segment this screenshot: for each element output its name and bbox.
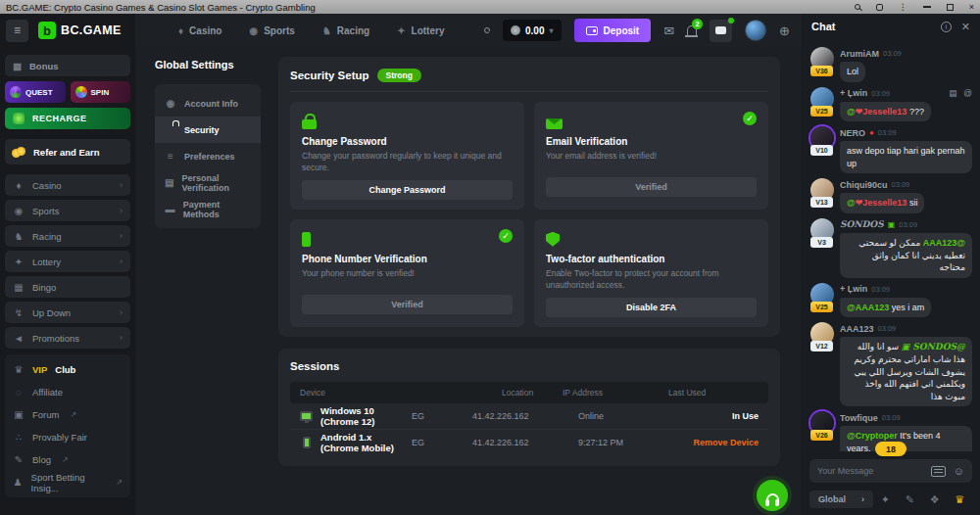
mention[interactable]: @ — [847, 198, 856, 208]
quest-button[interactable]: QUEST — [5, 81, 66, 103]
settings-nav-security[interactable]: Security — [155, 117, 261, 143]
chevron-right-icon: › — [120, 231, 122, 241]
info-icon[interactable]: i — [941, 22, 952, 32]
chat-username[interactable]: SONDOS — [840, 219, 884, 229]
tab-icon[interactable] — [876, 4, 883, 11]
card-action-button[interactable]: Change Password — [302, 180, 513, 200]
session-device: Windows 10 (Chrome 12) — [320, 405, 412, 427]
mention[interactable]: @Cryptoper — [847, 431, 898, 441]
header-nav-sports[interactable]: ◉ Sports — [249, 25, 294, 36]
message-input[interactable] — [817, 466, 923, 476]
chat-username[interactable]: + Ļwin — [840, 284, 867, 294]
trophy-icon[interactable]: ♛ — [955, 493, 964, 506]
shield-icon — [546, 232, 560, 247]
sidebar-link-blog[interactable]: ✎ Blog ↗ — [5, 448, 130, 471]
emoji-icon[interactable]: ☺ — [954, 466, 964, 477]
brand-logo[interactable]: b BC.GAME — [38, 22, 122, 39]
card-action-button[interactable]: Disable 2FA — [546, 298, 757, 317]
recharge-button[interactable]: RECHARGE — [5, 108, 130, 129]
mention[interactable]: @ — [847, 107, 856, 117]
deposit-button[interactable]: Deposit — [574, 19, 652, 42]
settings-nav-preferences[interactable]: ≡ Preferences — [155, 143, 261, 169]
message-text: sii — [906, 198, 917, 208]
close-chat-icon[interactable]: ✕ — [961, 21, 970, 33]
sidebar-link-forum[interactable]: ▣ Forum ↗ — [5, 403, 130, 426]
card-title: Change Password — [302, 136, 513, 147]
chat-timestamp: 03:09 — [878, 128, 897, 137]
chat-username[interactable]: Towfique — [840, 413, 878, 423]
sidebar-link-sport-betting-insig-[interactable]: ♟ Sport Betting Insig... ↗ — [5, 471, 130, 493]
chat-username[interactable]: Chiqui90cu — [840, 180, 888, 190]
level-badge: V25 — [810, 302, 833, 312]
settings-nav-personal-verification[interactable]: ▤ Personal Verification — [155, 169, 261, 196]
external-link-icon: ↗ — [70, 410, 76, 419]
chat-username[interactable]: NERO — [840, 128, 865, 138]
column-header-ip-address: IP Address — [563, 388, 668, 398]
mail-icon[interactable]: ✉ — [663, 23, 674, 38]
chat-username[interactable]: ArumiAM — [840, 49, 879, 59]
draw-icon[interactable]: ✎ — [906, 493, 914, 506]
header-nav-racing[interactable]: ♞ Racing — [322, 25, 369, 36]
chat-username[interactable]: + Ļwin — [840, 88, 867, 98]
tip-icon[interactable]: ▤ — [949, 88, 956, 98]
sidebar-item-bingo[interactable]: ▦ Bingo › — [5, 276, 130, 298]
sports-icon: ◉ — [13, 206, 24, 216]
maximize-icon[interactable] — [947, 4, 954, 11]
column-header-location: Location — [502, 388, 563, 398]
mention[interactable]: ❤Jesselle13 — [856, 107, 907, 117]
sidebar-link-provably-fair[interactable]: ∴ Provably Fair ↗ — [5, 426, 130, 448]
settings-nav-payment-methods[interactable]: ▬ Payment Methods — [155, 196, 261, 222]
mention[interactable]: ❤Jesselle13 — [856, 198, 907, 208]
sidebar-item-label: Casino — [32, 180, 62, 191]
sidebar-item-sports[interactable]: ◉ Sports › — [5, 200, 130, 221]
channel-selector[interactable]: Global › — [809, 491, 873, 508]
gif-keyboard-icon[interactable] — [931, 466, 946, 477]
sidebar-link-club[interactable]: ♛ VIP Club ↗ — [5, 358, 130, 381]
bell-icon[interactable]: 2 — [687, 25, 697, 35]
sidebar-item-promotions[interactable]: ◄ Promotions › — [5, 327, 130, 349]
mobile-icon — [303, 437, 311, 448]
card-action-button[interactable]: Verified — [302, 295, 513, 314]
user-avatar[interactable] — [745, 20, 766, 41]
chat-toggle-button[interactable] — [710, 20, 732, 42]
settings-nav-account-info[interactable]: ◉ Account Info — [155, 90, 261, 117]
sidebar-item-racing[interactable]: ♞ Racing › — [5, 225, 130, 247]
forum-icon: ▣ — [13, 409, 24, 420]
menu-kebab-icon[interactable]: ⋮ — [899, 3, 907, 12]
card-action-button[interactable]: Verified — [546, 177, 757, 197]
mention[interactable]: @SONDOS ▣ — [902, 342, 965, 351]
minimize-icon[interactable] — [923, 6, 931, 8]
rain-icon[interactable]: ✦ — [881, 493, 890, 506]
chat-username[interactable]: AAA123 — [840, 324, 874, 334]
chevron-right-icon: › — [120, 206, 122, 215]
header-nav-lottery[interactable]: ✦ Lottery — [397, 25, 444, 36]
balance-amount: 0.00 — [525, 25, 544, 36]
sidebar-item-up-down[interactable]: ↯ Up Down › — [5, 302, 130, 323]
mention[interactable]: @AAA123 — [923, 238, 965, 248]
wallet-icon: ▬ — [165, 204, 175, 214]
close-icon[interactable]: × — [969, 3, 974, 12]
mention[interactable]: @AAA123 — [847, 303, 889, 312]
sidebar-link-label: Club — [55, 364, 75, 375]
search-icon[interactable] — [855, 4, 860, 10]
sidebar-link-affiliate[interactable]: ◌ Affiliate ↗ — [5, 381, 130, 403]
sidebar-item-lottery[interactable]: ✦ Lottery › — [5, 251, 130, 272]
header-nav-casino[interactable]: ♦ Casino — [178, 25, 221, 36]
session-action[interactable]: Remove Device — [668, 438, 759, 447]
sidebar-item-casino[interactable]: ♦ Casino › — [5, 174, 130, 196]
chat-timestamp: 03:09 — [871, 89, 890, 98]
settings-nav-label: Personal Verification — [182, 173, 252, 193]
support-button[interactable] — [757, 480, 788, 511]
unread-count-badge[interactable]: 18 — [875, 442, 906, 456]
racing-icon: ♞ — [322, 25, 331, 36]
hamburger-menu-button[interactable]: ≡ — [6, 20, 28, 42]
refer-and-earn-button[interactable]: Refer and Earn — [5, 139, 130, 164]
spin-button[interactable]: SPIN — [71, 81, 131, 103]
sidebar-item-bonus[interactable]: ▦ Bonus — [5, 55, 130, 76]
globe-icon[interactable]: ⊕ — [779, 23, 790, 38]
search-icon[interactable] — [484, 27, 490, 33]
moderation-icon[interactable]: ❖ — [930, 493, 940, 506]
lottery-icon: ✦ — [397, 25, 405, 36]
balance-selector[interactable]: 0.00 ▾ — [503, 20, 561, 41]
mention-icon[interactable]: @ — [963, 88, 972, 98]
